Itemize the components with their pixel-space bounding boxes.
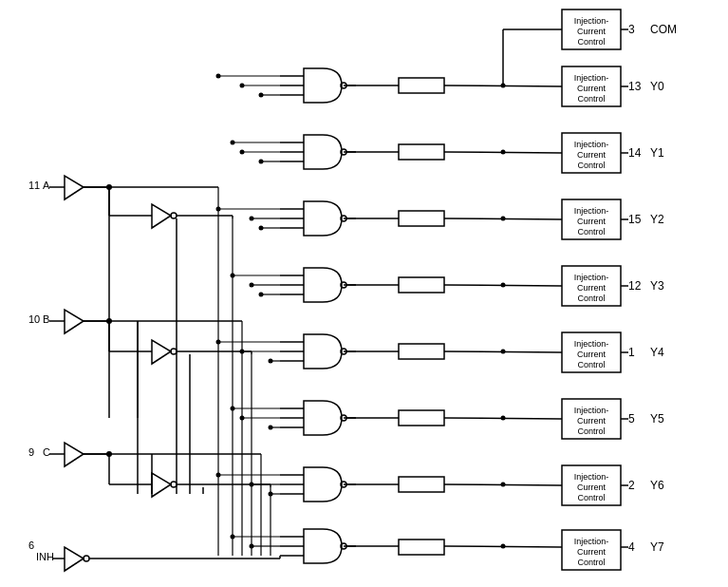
svg-text:Current: Current — [577, 350, 607, 359]
svg-text:Injection-: Injection- — [574, 406, 609, 415]
svg-point-129 — [216, 473, 221, 478]
svg-point-133 — [269, 492, 273, 497]
svg-text:Injection-: Injection- — [574, 472, 609, 482]
pin-y1: 14 — [628, 146, 642, 160]
svg-text:Injection-: Injection- — [574, 140, 609, 149]
svg-text:Control: Control — [577, 94, 605, 104]
svg-text:Control: Control — [577, 426, 605, 436]
svg-point-109 — [259, 226, 264, 231]
input-inh-pin: 6 — [28, 540, 34, 551]
svg-text:Control: Control — [577, 161, 605, 170]
svg-point-182 — [501, 483, 506, 487]
svg-point-121 — [269, 359, 273, 364]
svg-point-113 — [250, 283, 254, 288]
label-y0: Y0 — [650, 80, 664, 93]
svg-point-111 — [231, 274, 235, 278]
svg-text:Control: Control — [577, 558, 605, 567]
svg-point-99 — [231, 141, 235, 145]
svg-text:Injection-: Injection- — [574, 273, 609, 282]
svg-text:Current: Current — [577, 283, 607, 293]
svg-text:Current: Current — [577, 416, 607, 426]
svg-text:Injection-: Injection- — [574, 206, 609, 216]
svg-text:Current: Current — [577, 217, 607, 226]
svg-point-170 — [501, 217, 506, 221]
label-y3: Y3 — [650, 279, 664, 293]
label-com: COM — [650, 23, 677, 36]
circuit-diagram: A 11 B 10 C 9 INH 6 — [0, 0, 728, 587]
input-a-label: A — [43, 180, 50, 191]
input-inh-label: INH — [36, 551, 54, 562]
pin-y6: 2 — [628, 479, 635, 492]
svg-point-173 — [501, 283, 506, 288]
svg-point-179 — [501, 416, 506, 421]
input-a-pin: 11 — [28, 180, 40, 191]
svg-point-95 — [240, 84, 245, 88]
svg-point-107 — [250, 217, 254, 221]
svg-point-97 — [259, 93, 264, 98]
svg-point-131 — [250, 483, 254, 487]
svg-point-119 — [240, 350, 245, 354]
pin-y0: 13 — [628, 80, 642, 93]
label-y5: Y5 — [650, 412, 664, 426]
svg-text:Current: Current — [577, 547, 607, 557]
svg-text:Control: Control — [577, 227, 605, 237]
svg-text:Injection-: Injection- — [574, 73, 609, 83]
svg-text:Current: Current — [577, 483, 607, 492]
svg-point-115 — [259, 293, 264, 297]
svg-text:Control: Control — [577, 360, 605, 369]
svg-text:Injection-: Injection- — [574, 537, 609, 546]
label-y1: Y1 — [650, 146, 664, 160]
svg-point-135 — [231, 535, 235, 540]
pin-y4: 1 — [628, 346, 635, 359]
svg-point-137 — [250, 544, 254, 549]
svg-text:Control: Control — [577, 294, 605, 303]
label-y6: Y6 — [650, 479, 664, 492]
svg-point-103 — [259, 160, 264, 164]
label-y4: Y4 — [650, 346, 664, 359]
pin-y5: 5 — [628, 412, 635, 426]
icc-label-com-2: Current — [577, 27, 607, 36]
input-b-pin: 10 — [28, 313, 40, 325]
icc-label-com-3: Control — [577, 37, 605, 47]
svg-point-176 — [501, 350, 506, 354]
input-c-pin: 9 — [28, 446, 34, 458]
label-y2: Y2 — [650, 213, 664, 226]
svg-point-117 — [216, 340, 221, 345]
svg-text:Current: Current — [577, 150, 607, 160]
icc-label-com: Injection- — [574, 16, 609, 26]
pin-com: 3 — [628, 23, 635, 36]
svg-point-123 — [231, 407, 235, 411]
svg-point-105 — [216, 207, 221, 212]
svg-text:Control: Control — [577, 493, 605, 502]
pin-y2: 15 — [628, 213, 642, 226]
svg-text:Current: Current — [577, 84, 607, 93]
input-c-label: C — [43, 446, 50, 458]
svg-point-185 — [501, 544, 506, 549]
svg-point-101 — [240, 150, 245, 155]
svg-point-125 — [240, 416, 245, 421]
svg-point-127 — [269, 426, 273, 430]
svg-point-167 — [501, 150, 506, 155]
input-b-label: B — [43, 313, 49, 325]
svg-point-93 — [216, 74, 221, 79]
svg-text:Injection-: Injection- — [574, 339, 609, 349]
pin-y3: 12 — [628, 279, 642, 293]
label-y7: Y7 — [650, 540, 664, 554]
pin-y7: 4 — [628, 540, 635, 554]
